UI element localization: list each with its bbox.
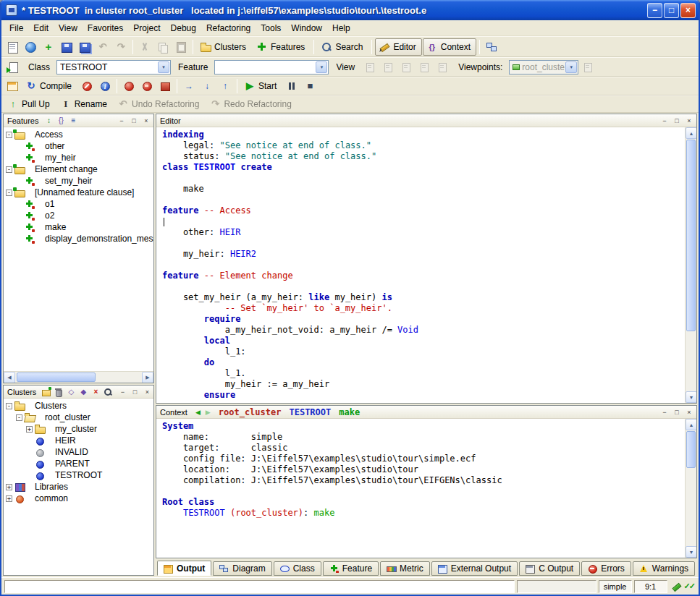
features-item-make[interactable]: make [4, 221, 153, 233]
context-minimize-button[interactable]: − [659, 407, 670, 417]
tab-feature[interactable]: Feature [323, 561, 379, 576]
menu-edit[interactable]: Edit [28, 22, 54, 35]
clusters-close-button[interactable]: × [142, 387, 152, 396]
editor-minimize-button[interactable]: − [659, 116, 670, 125]
tab-diagram[interactable]: Diagram [213, 561, 271, 576]
tab-metric[interactable]: Metric [380, 561, 430, 576]
precompile-button[interactable] [156, 77, 174, 95]
editor-code-area[interactable]: indexing legal: "See notice at end of cl… [156, 127, 685, 403]
menu-refactoring[interactable]: Refactoring [201, 22, 256, 35]
scroll-down-icon[interactable]: ▼ [686, 391, 696, 403]
add-cluster-icon[interactable] [41, 387, 51, 396]
viewpoints-combobox[interactable]: root_cluster ▼ [509, 60, 578, 74]
features-minimize-button[interactable]: − [117, 116, 127, 125]
scroll-up-icon[interactable]: ▲ [686, 127, 696, 139]
scrollbar-thumb[interactable] [686, 431, 696, 468]
new-window-button[interactable] [4, 38, 21, 56]
pull-up-button[interactable]: ↑Pull Up [4, 95, 56, 113]
save-button[interactable] [58, 38, 75, 56]
search-button[interactable]: Search [317, 38, 368, 56]
view-clickable-button[interactable] [379, 59, 397, 76]
scroll-left-icon[interactable]: ◀ [4, 372, 15, 383]
editor-maximize-button[interactable]: □ [672, 116, 682, 125]
history-back-icon[interactable]: ◀ [195, 409, 201, 416]
tab-class[interactable]: Class [274, 561, 321, 576]
pause-button[interactable] [283, 77, 300, 95]
editor-close-button[interactable]: × [684, 116, 694, 125]
context-output-area[interactable]: System name: simple target: classic conf… [156, 419, 685, 558]
scrollbar-track[interactable] [15, 372, 142, 383]
search-small-icon[interactable] [103, 387, 113, 396]
tab-output[interactable]: Output [157, 561, 211, 576]
close-button[interactable]: × [680, 3, 696, 18]
menu-tools[interactable]: Tools [256, 22, 286, 35]
delete-icon[interactable] [54, 387, 64, 396]
clusters-item-common[interactable]: +common [4, 493, 153, 504]
context-button[interactable]: {}Context [423, 38, 476, 56]
copy-button[interactable] [154, 38, 172, 56]
tab-errors[interactable]: Errors [581, 561, 631, 576]
clusters-item-testroot[interactable]: TESTROOT [4, 469, 153, 481]
viewpoint-settings-button[interactable] [579, 59, 596, 76]
class-combobox-dropdown-icon[interactable]: ▼ [158, 61, 169, 73]
tab-c-output[interactable]: C Output [519, 561, 580, 576]
context-maximize-button[interactable]: □ [672, 407, 682, 417]
diagram-button[interactable] [483, 38, 500, 56]
scrollbar-track[interactable] [686, 430, 696, 546]
features-item-other[interactable]: other [4, 140, 153, 152]
flat-list-icon[interactable]: ≡ [68, 116, 78, 125]
features-item-element-change[interactable]: -Element change [4, 163, 153, 175]
editor-vertical-scrollbar[interactable]: ▲ ▼ [685, 127, 696, 403]
tree-expander[interactable]: + [6, 484, 12, 490]
context-feature-crumb[interactable]: make [339, 407, 360, 417]
tree-expander[interactable]: - [6, 403, 12, 409]
undo-refactoring-button[interactable]: ↶Undo Refactoring [114, 95, 205, 113]
tree-expander[interactable]: + [26, 426, 33, 433]
cut-button[interactable] [136, 38, 153, 56]
context-vertical-scrollbar[interactable]: ▲ ▼ [685, 419, 696, 558]
context-close-button[interactable]: × [684, 407, 694, 417]
rename-button[interactable]: IRename [56, 95, 113, 113]
open-file-button[interactable] [22, 38, 39, 56]
save-all-button[interactable] [76, 38, 93, 56]
clusters-item-libraries[interactable]: +Libraries [4, 481, 153, 493]
features-close-button[interactable]: × [141, 116, 151, 125]
features-maximize-button[interactable]: □ [129, 116, 139, 125]
features-item-set-my-heir[interactable]: set_my_heir [4, 175, 153, 187]
tree-expander[interactable]: - [6, 132, 12, 138]
clusters-maximize-button[interactable]: □ [130, 387, 140, 396]
feature-clauses-icon[interactable]: {} [56, 116, 66, 125]
feature-combobox[interactable]: ▼ [214, 60, 329, 74]
stop-button[interactable]: ■ [301, 77, 319, 95]
features-item-access[interactable]: -Access [4, 129, 153, 140]
editor-button[interactable]: Editor [375, 38, 421, 56]
tree-expander[interactable]: - [6, 190, 12, 196]
clusters-item-invalid[interactable]: INVALID [4, 446, 153, 458]
tree-expander[interactable]: + [6, 495, 12, 502]
class-combobox[interactable]: TESTROOT ▼ [56, 60, 171, 74]
clusters-item-parent[interactable]: PARENT [4, 458, 153, 469]
feature-combobox-dropdown-icon[interactable]: ▼ [316, 61, 327, 73]
step-out-button[interactable]: ↑ [216, 77, 234, 95]
minimize-button[interactable]: − [647, 3, 662, 18]
clusters-item-heir[interactable]: HEIR [4, 435, 153, 446]
remove-icon[interactable]: × [90, 387, 101, 396]
menu-view[interactable]: View [54, 22, 83, 35]
class-tool-button[interactable] [4, 59, 21, 76]
paste-button[interactable] [172, 38, 190, 56]
menu-file[interactable]: File [4, 22, 28, 35]
system-settings-button[interactable] [4, 77, 21, 95]
clusters-item-my-cluster[interactable]: +my_cluster [4, 423, 153, 435]
view-flat-button[interactable] [397, 59, 415, 76]
clusters-button[interactable]: Clusters [196, 38, 252, 56]
scrollbar-thumb[interactable] [686, 140, 696, 331]
view-contract-button[interactable] [416, 59, 433, 76]
view-interface-button[interactable] [434, 59, 451, 76]
scroll-right-icon[interactable]: ▶ [142, 372, 153, 383]
redo-refactoring-button[interactable]: ↷Redo Refactoring [206, 95, 297, 113]
scrollbar-thumb[interactable] [17, 372, 96, 382]
view-text-button[interactable] [361, 59, 379, 76]
clusters-item-clusters[interactable]: -Clusters [4, 400, 153, 412]
viewpoints-combobox-dropdown-icon[interactable]: ▼ [565, 61, 577, 73]
features-button[interactable]: Features [253, 38, 311, 56]
